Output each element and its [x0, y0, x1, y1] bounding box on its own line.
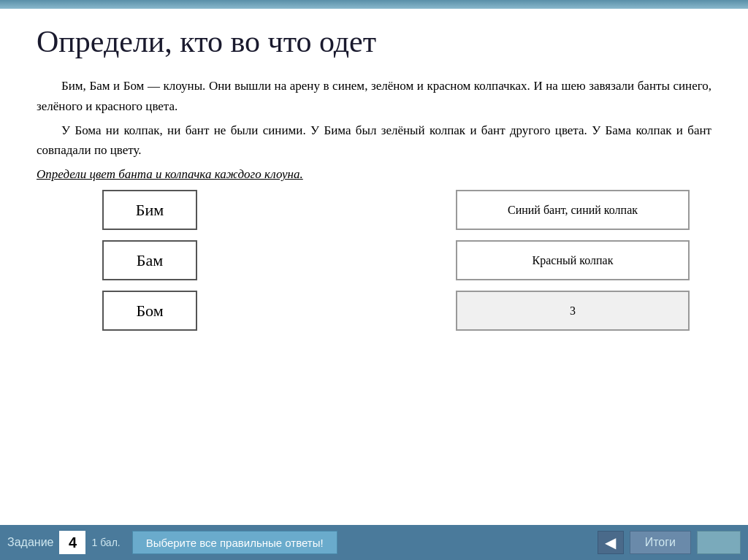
right-item-2[interactable]: Красный колпак	[456, 240, 690, 280]
problem-text: Бим, Бам и Бом — клоуны. Они вышли на ар…	[37, 76, 711, 184]
page-title: Определи, кто во что одет	[37, 23, 711, 60]
task-number-box: 4	[59, 531, 85, 554]
empty-box	[697, 531, 741, 554]
left-item-bam[interactable]: Бам	[102, 240, 197, 280]
answer-button[interactable]: Выберите все правильные ответы!	[132, 531, 337, 554]
chevron-left-icon: ◀	[605, 534, 616, 551]
nav-back-button[interactable]: ◀	[598, 531, 624, 554]
right-item-1[interactable]: Синий бант, синий колпак	[456, 190, 690, 230]
left-item-bim[interactable]: Бим	[102, 190, 197, 230]
left-column: Бим Бам Бом	[102, 190, 197, 331]
top-decorative-bar	[0, 0, 748, 9]
matching-wrapper: Бим Бам Бом Синий бант, синий колпак Кра…	[37, 190, 711, 331]
left-item-bom[interactable]: Бом	[102, 291, 197, 331]
zadanie-label: Задание	[7, 536, 53, 549]
itogi-button[interactable]: Итоги	[630, 531, 691, 554]
paragraph1: Бим, Бам и Бом — клоуны. Они вышли на ар…	[37, 76, 711, 115]
score-label: 1 бал.	[91, 537, 120, 548]
task-italic: Определи цвет банта и колпачка каждого к…	[37, 164, 711, 184]
main-content: Определи, кто во что одет Бим, Бам и Бом…	[0, 9, 748, 525]
right-item-3[interactable]: 3	[456, 291, 690, 331]
paragraph2: У Бома ни колпак, ни бант не были синими…	[37, 120, 711, 160]
right-column: Синий бант, синий колпак Красный колпак …	[456, 190, 690, 331]
bottom-bar: Задание 4 1 бал. Выберите все правильные…	[0, 525, 748, 560]
